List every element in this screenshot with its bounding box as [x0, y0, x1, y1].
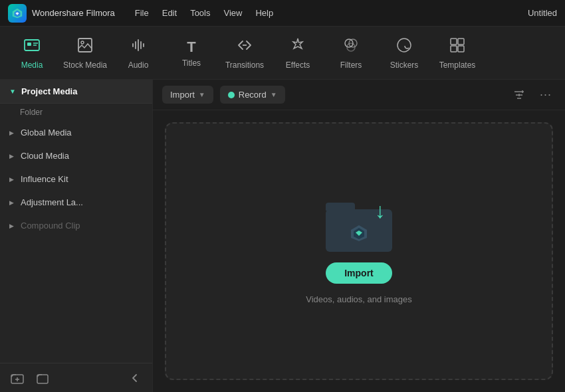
record-chevron-icon: ▼	[271, 91, 277, 98]
sidebar-item-label: Compound Clip	[21, 221, 80, 231]
svg-rect-14	[458, 39, 464, 45]
svg-rect-16	[458, 46, 464, 52]
templates-icon	[449, 37, 466, 58]
toolbar: Media Stock Media Audio T Titles	[0, 27, 565, 80]
content-area: Import ▼ Record ▼ ···	[153, 80, 565, 392]
menu-view[interactable]: View	[223, 8, 242, 18]
filters-label: Filters	[340, 60, 362, 70]
sidebar-item-label: Cloud Media	[21, 151, 69, 161]
more-options-button[interactable]: ···	[536, 85, 556, 105]
new-folder-button[interactable]	[8, 369, 27, 387]
record-label: Record	[239, 90, 267, 100]
record-dot-icon	[228, 92, 235, 98]
stickers-icon	[396, 37, 413, 58]
effects-label: Effects	[286, 60, 310, 70]
dropzone-description: Videos, audios, and images	[306, 294, 411, 304]
titles-label: Titles	[182, 58, 201, 68]
item-arrow-icon: ▶	[9, 153, 14, 159]
collapse-arrow-icon: ▼	[9, 88, 16, 95]
item-arrow-icon: ▶	[9, 199, 14, 206]
sidebar-item-label: Global Media	[21, 128, 72, 138]
item-arrow-icon: ▶	[9, 130, 14, 136]
import-button[interactable]: Import ▼	[162, 86, 213, 104]
tool-effects[interactable]: Effects	[271, 30, 324, 76]
filmora-logo-in-folder	[347, 221, 371, 245]
stock-media-icon	[76, 37, 94, 58]
import-label: Import	[170, 90, 195, 100]
dropzone-import-label: Import	[344, 268, 374, 278]
tool-audio[interactable]: Audio	[112, 30, 165, 76]
project-title: Untitled	[528, 8, 557, 18]
content-toolbar: Import ▼ Record ▼ ···	[153, 80, 565, 110]
media-icon	[23, 37, 41, 58]
svg-rect-15	[451, 46, 457, 52]
sidebar-item-influence-kit[interactable]: ▶ Influence Kit	[0, 167, 152, 191]
sidebar-item-global-media[interactable]: ▶ Global Media	[0, 121, 152, 144]
svg-rect-20	[37, 375, 48, 383]
ellipsis-icon: ···	[540, 88, 552, 102]
audio-label: Audio	[128, 60, 149, 70]
svg-rect-7	[78, 39, 92, 52]
sidebar-item-label: Adjustment La...	[21, 197, 83, 207]
tool-media[interactable]: Media	[5, 30, 58, 76]
sidebar-item-compound-clip[interactable]: ▶ Compound Clip	[0, 214, 152, 237]
project-media-header[interactable]: ▼ Project Media	[0, 80, 152, 104]
titles-icon: T	[187, 39, 195, 56]
app-name: Wondershare Filmora	[32, 8, 115, 18]
item-arrow-icon: ▶	[9, 176, 14, 183]
menu-bar: File Edit Tools View Help	[135, 8, 528, 18]
svg-rect-13	[451, 39, 457, 45]
folder-illustration: ↓	[326, 199, 392, 252]
effects-icon	[289, 37, 306, 58]
item-arrow-icon: ▶	[9, 223, 14, 229]
record-button[interactable]: Record ▼	[220, 86, 285, 104]
delete-folder-button[interactable]	[33, 369, 52, 387]
templates-label: Templates	[439, 60, 476, 70]
menu-tools[interactable]: Tools	[190, 8, 210, 18]
tool-transitions[interactable]: Transitions	[218, 30, 271, 76]
svg-rect-3	[25, 40, 39, 50]
filters-icon	[342, 37, 360, 58]
import-chevron-icon: ▼	[199, 91, 205, 98]
folder-label: Folder	[0, 104, 152, 121]
sidebar-item-label: Influence Kit	[21, 174, 68, 184]
dropzone[interactable]: ↓ Import Videos, audios, and images	[165, 122, 553, 380]
transitions-icon	[236, 37, 253, 58]
svg-rect-4	[27, 43, 31, 46]
stickers-label: Stickers	[390, 60, 419, 70]
stock-media-label: Stock Media	[63, 60, 107, 70]
menu-file[interactable]: File	[135, 8, 149, 18]
app-logo	[8, 4, 27, 23]
sidebar: ▼ Project Media Folder ▶ Global Media ▶ …	[0, 80, 153, 392]
menu-help[interactable]: Help	[255, 8, 273, 18]
main-area: ▼ Project Media Folder ▶ Global Media ▶ …	[0, 80, 565, 392]
tool-stickers[interactable]: Stickers	[378, 30, 431, 76]
svg-point-8	[81, 41, 84, 44]
project-media-title: Project Media	[21, 86, 78, 96]
tool-stock-media[interactable]: Stock Media	[58, 30, 112, 76]
filter-icon-button[interactable]	[509, 85, 529, 105]
sidebar-item-cloud-media[interactable]: ▶ Cloud Media	[0, 144, 152, 167]
sidebar-item-adjustment-layer[interactable]: ▶ Adjustment La...	[0, 191, 152, 214]
sidebar-collapse-button[interactable]	[126, 369, 144, 387]
dropzone-import-button[interactable]: Import	[326, 262, 392, 284]
tool-templates[interactable]: Templates	[431, 30, 484, 76]
audio-icon	[130, 37, 147, 58]
media-label: Media	[21, 60, 43, 70]
sidebar-footer	[0, 363, 152, 392]
tool-filters[interactable]: Filters	[324, 30, 378, 76]
tool-titles[interactable]: T Titles	[165, 30, 218, 76]
titlebar: Wondershare Filmora File Edit Tools View…	[0, 0, 565, 27]
download-arrow-icon: ↓	[375, 199, 386, 223]
transitions-label: Transitions	[225, 60, 264, 70]
menu-edit[interactable]: Edit	[162, 8, 177, 18]
